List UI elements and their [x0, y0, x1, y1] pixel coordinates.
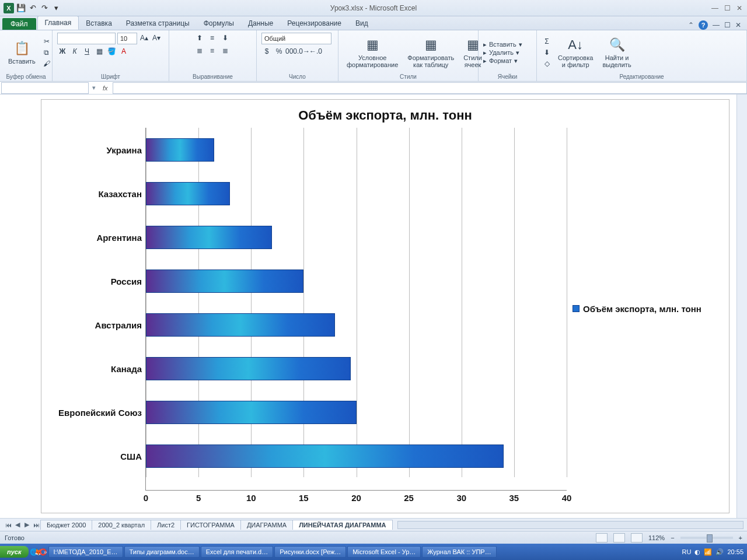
name-box-dropdown-icon[interactable]: ▾	[90, 84, 98, 92]
fill-color-icon[interactable]: 🪣	[106, 46, 117, 57]
formula-input[interactable]	[113, 82, 747, 94]
zoom-level[interactable]: 112%	[648, 534, 665, 541]
zoom-slider[interactable]	[680, 537, 733, 539]
tab-formulas[interactable]: Формулы	[197, 17, 241, 30]
taskbar-item[interactable]: Excel для печати.d…	[201, 546, 273, 558]
sheet-tab[interactable]: Бюджет 2000	[40, 520, 92, 530]
conditional-formatting-button[interactable]: ▦Условное форматирование	[343, 36, 402, 69]
taskbar-item[interactable]: Журнал ВАК :: УПР…	[422, 546, 496, 558]
data-bar[interactable]	[146, 138, 214, 162]
font-size-combo[interactable]: 10	[117, 33, 137, 44]
clock[interactable]: 20:55	[727, 548, 743, 555]
data-bar[interactable]	[146, 226, 272, 249]
data-bar[interactable]	[146, 357, 351, 380]
data-bar[interactable]	[146, 270, 303, 293]
data-bar[interactable]	[146, 313, 335, 337]
fx-icon[interactable]: fx	[98, 85, 113, 92]
zoom-out-icon[interactable]: −	[671, 534, 674, 541]
doc-close-icon[interactable]: ✕	[735, 21, 741, 29]
bold-button[interactable]: Ж	[57, 46, 68, 57]
view-page-layout-icon[interactable]	[613, 533, 625, 542]
data-bar[interactable]	[146, 401, 357, 424]
align-right-icon[interactable]: ≣	[220, 46, 231, 56]
font-color-icon[interactable]: A	[118, 46, 129, 57]
number-format-combo[interactable]: Общий	[261, 33, 331, 44]
fill-icon[interactable]: ⬇	[542, 47, 552, 58]
tab-review[interactable]: Рецензирование	[280, 17, 348, 30]
sheet-tab[interactable]: 2000_2 квартал	[92, 520, 151, 530]
language-indicator[interactable]: RU	[682, 548, 692, 555]
tab-data[interactable]: Данные	[241, 17, 280, 30]
decrease-decimal-icon[interactable]: ←.0	[310, 46, 321, 57]
align-top-icon[interactable]: ⬆	[194, 33, 205, 43]
tab-nav-next-icon[interactable]: ▶	[22, 521, 32, 528]
currency-icon[interactable]: $	[261, 46, 272, 57]
tab-view[interactable]: Вид	[348, 17, 375, 30]
tab-home[interactable]: Главная	[37, 16, 79, 30]
taskbar-item[interactable]: Microsoft Excel - Ур…	[347, 546, 421, 558]
percent-icon[interactable]: %	[274, 46, 284, 57]
shrink-font-icon[interactable]: A▾	[151, 33, 162, 43]
align-middle-icon[interactable]: ≡	[207, 33, 218, 43]
borders-icon[interactable]: ▦	[94, 46, 104, 57]
tray-icon[interactable]: 📶	[704, 548, 712, 556]
chart-object[interactable]: Объём экспорта, млн. тонн УкраинаКазахст…	[41, 99, 729, 513]
tab-nav-prev-icon[interactable]: ◀	[13, 521, 22, 528]
align-center-icon[interactable]: ≡	[207, 46, 218, 56]
sheet-tab[interactable]: ДИАГРАММА	[240, 520, 293, 530]
autosum-icon[interactable]: Σ	[542, 36, 552, 47]
align-bottom-icon[interactable]: ⬇	[220, 33, 231, 43]
format-as-table-button[interactable]: ▦Форматировать как таблицу	[404, 36, 458, 69]
delete-cells-button[interactable]: ▸ Удалить ▾	[483, 49, 522, 57]
qat-customize-icon[interactable]: ▾	[51, 4, 61, 13]
sheet-tab[interactable]: ЛИНЕЙЧАТАЯ ДИАГРАММА	[292, 520, 392, 530]
firefox-icon[interactable]: 🦊	[34, 548, 38, 556]
name-box[interactable]	[1, 82, 89, 94]
sheet-tab[interactable]: ГИСТОГРАММА	[180, 520, 241, 530]
horizontal-scrollbar[interactable]	[397, 521, 743, 529]
sheet-tab[interactable]: Лист2	[151, 520, 181, 530]
tray-icon[interactable]: ◐	[694, 548, 700, 556]
format-cells-button[interactable]: ▸ Формат ▾	[483, 57, 522, 65]
ribbon-minimize-icon[interactable]: ⌃	[688, 21, 694, 29]
zoom-in-icon[interactable]: +	[739, 534, 742, 541]
font-name-combo[interactable]	[57, 33, 116, 44]
chrome-icon[interactable]: ⭕	[39, 548, 43, 556]
minimize-icon[interactable]: —	[711, 4, 718, 12]
tab-nav-last-icon[interactable]: ⏭	[32, 522, 41, 528]
help-icon[interactable]: ?	[699, 20, 708, 30]
format-painter-icon[interactable]: 🖌	[41, 58, 52, 69]
tab-nav-first-icon[interactable]: ⏮	[4, 522, 13, 528]
view-normal-icon[interactable]	[596, 533, 608, 542]
start-button[interactable]: пуск	[0, 546, 29, 558]
tray-icon[interactable]: 🔊	[715, 548, 724, 556]
increase-decimal-icon[interactable]: .0→	[298, 46, 309, 57]
view-page-break-icon[interactable]	[631, 533, 643, 542]
undo-icon[interactable]: ↶	[28, 4, 37, 13]
close-icon[interactable]: ✕	[736, 4, 742, 12]
maximize-icon[interactable]: ☐	[724, 4, 731, 12]
comma-icon[interactable]: 000	[286, 46, 296, 57]
cut-icon[interactable]: ✂	[41, 36, 52, 47]
save-icon[interactable]: 💾	[16, 4, 26, 13]
file-tab[interactable]: Файл	[2, 18, 36, 30]
copy-icon[interactable]: ⧉	[41, 47, 52, 58]
italic-button[interactable]: К	[69, 46, 80, 57]
doc-minimize-icon[interactable]: —	[713, 21, 720, 29]
ie-icon[interactable]: 🌐	[30, 548, 33, 556]
taskbar-item[interactable]: Типы диаграмм.doc…	[124, 546, 200, 558]
tab-insert[interactable]: Вставка	[79, 17, 119, 30]
doc-restore-icon[interactable]: ☐	[724, 21, 731, 29]
underline-button[interactable]: Ч	[82, 46, 92, 57]
taskbar-item[interactable]: Рисунки.docx [Реж…	[274, 546, 346, 558]
align-left-icon[interactable]: ≣	[194, 46, 205, 56]
grow-font-icon[interactable]: A▴	[139, 33, 149, 43]
data-bar[interactable]	[146, 444, 504, 468]
tab-page-layout[interactable]: Разметка страницы	[119, 17, 197, 30]
find-select-button[interactable]: 🔍Найти и выделить	[599, 36, 634, 69]
data-bar[interactable]	[146, 182, 230, 205]
insert-cells-button[interactable]: ▸ Вставить ▾	[483, 41, 522, 48]
paste-button[interactable]: 📋 Вставить	[5, 39, 39, 66]
taskbar-item[interactable]: I:\МЕТОДА_2010_E…	[48, 546, 123, 558]
clear-icon[interactable]: ◇	[542, 58, 552, 69]
